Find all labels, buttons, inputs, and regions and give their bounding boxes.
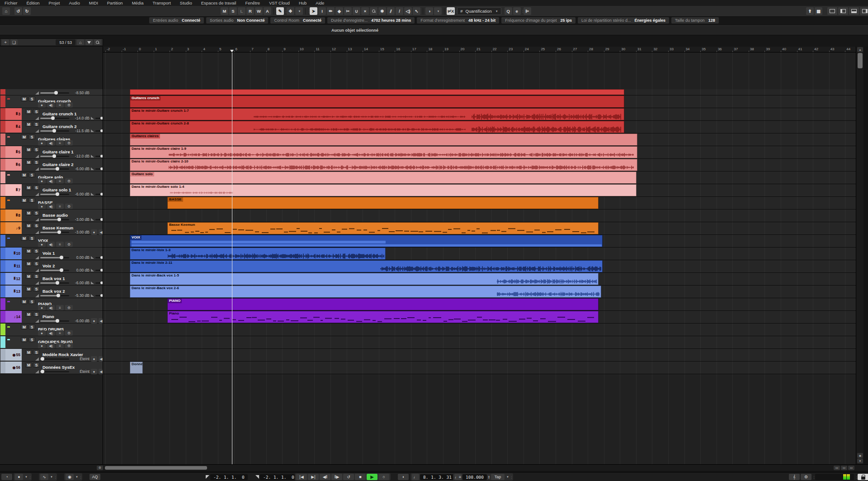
- record-enable-icon[interactable]: ●: [38, 178, 46, 184]
- track-row[interactable]: ⦀⦚4MSGuitare crunch 2-11.5 dB: [0, 121, 103, 133]
- folder-track[interactable]: MSGuitares crunch●◀)≡⚙: [0, 95, 103, 108]
- global-m-button[interactable]: M: [221, 7, 228, 15]
- solo-button[interactable]: S: [28, 236, 35, 241]
- timeline-ruler[interactable]: -2-1012345678910111213141516171819202122…: [103, 47, 856, 52]
- monitor-icon[interactable]: ◀): [99, 229, 103, 235]
- solo-button[interactable]: S: [28, 299, 35, 304]
- global-w-button[interactable]: W: [255, 7, 263, 15]
- quantize-select[interactable]: # Quantification ▼: [457, 7, 501, 15]
- track-volume[interactable]: 0.00 dB: [35, 255, 103, 260]
- status-item[interactable]: Format d'enregistrement48 kHz - 24 bit: [417, 17, 499, 24]
- solo-button[interactable]: S: [33, 274, 40, 279]
- playhead-cursor[interactable]: [232, 52, 232, 464]
- track-row[interactable]: ◉56MSDonnées SysExÉteint●◀): [0, 362, 103, 374]
- monitor-icon[interactable]: ◀): [99, 318, 103, 324]
- mute-button[interactable]: M: [25, 248, 32, 253]
- setup-icon[interactable]: ⚙: [65, 343, 73, 348]
- auto-quantize-button[interactable]: AQ: [90, 474, 100, 480]
- menu-hub[interactable]: Hub: [299, 0, 312, 5]
- setup-icon[interactable]: ⚙: [65, 242, 73, 247]
- track-volume[interactable]: Éteint●◀): [35, 356, 103, 362]
- setup-icon[interactable]: ⚙: [65, 204, 73, 209]
- record-enable-icon[interactable]: ●: [38, 305, 46, 310]
- glue-tool-icon[interactable]: ∪: [353, 7, 360, 15]
- color-menu-dropdown[interactable]: ▼: [434, 7, 442, 15]
- mute-button[interactable]: M: [25, 350, 32, 355]
- vertical-scroll-handle[interactable]: [858, 53, 863, 68]
- zone-inspector-toggle[interactable]: [827, 7, 837, 15]
- track-volume[interactable]: -12.0 dB: [35, 153, 103, 159]
- arrange-event[interactable]: Dans le miroir-Back vox 2-6: [130, 286, 601, 298]
- solo-button[interactable]: S: [33, 210, 40, 215]
- monitor-icon[interactable]: ◀): [47, 140, 55, 146]
- record-enable-icon[interactable]: ●: [91, 369, 97, 374]
- record-enable-icon[interactable]: ●: [91, 356, 97, 362]
- mute-button[interactable]: M: [25, 185, 32, 190]
- move-tool-icon[interactable]: ✥: [287, 7, 294, 15]
- folder-track[interactable]: MSGuitares claires●◀)≡⚙: [0, 133, 103, 146]
- timewarp-tool-icon[interactable]: ⫽: [387, 7, 395, 15]
- select-tool-icon[interactable]: ➤: [310, 7, 317, 15]
- status-item[interactable]: Control RoomConnecté: [270, 17, 325, 24]
- channel-icon[interactable]: ≡: [56, 305, 64, 310]
- hzoom-out-button[interactable]: ▭: [834, 466, 840, 470]
- channel-icon[interactable]: ≡: [56, 343, 64, 348]
- setup-icon[interactable]: ⚙: [65, 140, 73, 146]
- mute-tool-icon[interactable]: ×: [361, 7, 369, 15]
- solo-button[interactable]: S: [33, 350, 40, 355]
- track-volume[interactable]: -6.00 dB: [35, 191, 103, 197]
- track-volume[interactable]: 0.00 dB: [35, 267, 103, 273]
- folder-track[interactable]: MSBFD DRUMS●◀)≡⚙: [0, 324, 103, 336]
- menu-vst-cloud[interactable]: VST Cloud: [269, 0, 295, 5]
- monitor-icon[interactable]: ◀): [47, 204, 55, 209]
- undo-button[interactable]: ↺: [14, 7, 22, 15]
- menu-aide[interactable]: Aide: [316, 0, 330, 5]
- record-enable-icon[interactable]: ●: [38, 140, 46, 146]
- setup-icon[interactable]: ⚙: [65, 178, 73, 184]
- menu-fichier[interactable]: Fichier: [5, 0, 23, 5]
- erase-tool-icon[interactable]: ◆: [335, 7, 343, 15]
- solo-button[interactable]: S: [33, 362, 40, 367]
- monitor-icon[interactable]: ◀): [47, 343, 55, 348]
- track-row[interactable]: ⦀⦚12MSBack vox 1-6.00 dB: [0, 273, 103, 286]
- record-enable-icon[interactable]: ●: [91, 229, 97, 235]
- global-r-button[interactable]: R: [246, 7, 254, 15]
- add-track-button[interactable]: ＋: [2, 39, 9, 45]
- track-volume[interactable]: -11.5 dB: [35, 128, 103, 133]
- zone-lower-toggle[interactable]: [849, 7, 859, 15]
- solo-button[interactable]: S: [28, 324, 35, 329]
- left-locator-value[interactable]: -2. 1. 1. 0: [210, 474, 248, 480]
- track-volume[interactable]: -6.00 dB: [35, 166, 103, 171]
- status-item[interactable]: Durée d'enregistre...4702 heures 28 mins: [327, 17, 415, 24]
- zoom-preset-button[interactable]: ▣: [857, 453, 863, 458]
- folder-track[interactable]: MSGuitare solo●◀)≡⚙: [0, 171, 103, 184]
- track-row[interactable]: ◉55MSModèle Rock XavierÉteint●◀): [0, 349, 103, 362]
- zone-right-toggle[interactable]: [860, 7, 868, 15]
- track-volume[interactable]: -8.50 dB: [35, 90, 90, 95]
- menu-espaces-de-travail[interactable]: Espaces de travail: [201, 0, 242, 5]
- folder-track[interactable]: MSGROUPES (BUS)●◀)≡⚙: [0, 336, 103, 349]
- monitor-icon[interactable]: ◀): [47, 102, 55, 108]
- menu-transport[interactable]: Transport: [153, 0, 176, 5]
- track-row[interactable]: -8.50 dB: [0, 89, 103, 95]
- track-row[interactable]: ⦀⦚6MSGuitare claire 2-6.00 dB: [0, 159, 103, 171]
- mute-button[interactable]: M: [25, 286, 32, 291]
- zoom-tool-icon[interactable]: [370, 7, 377, 15]
- record-enable-icon[interactable]: ●: [38, 242, 46, 247]
- arrange-event[interactable]: [130, 89, 624, 95]
- chevron-down-icon[interactable]: ▼: [506, 476, 509, 478]
- status-item[interactable]: Loi de répartition stéréo d...Énergies é…: [578, 17, 669, 24]
- menu-audio[interactable]: Audio: [69, 0, 85, 5]
- metronome-setup-gear-icon[interactable]: ⚙: [801, 474, 811, 480]
- record-enable-icon[interactable]: ●: [38, 204, 46, 209]
- tempo-track-icon[interactable]: ♩≡: [454, 474, 462, 480]
- channel-icon[interactable]: ≡: [56, 178, 64, 184]
- record-mode-icon[interactable]: ●: [15, 474, 23, 480]
- status-item[interactable]: Fréquence d'image du projet25 ips: [501, 17, 576, 24]
- right-locator-flag-icon[interactable]: [255, 475, 259, 479]
- solo-button[interactable]: S: [33, 160, 40, 165]
- home-button[interactable]: ⌂: [2, 7, 10, 15]
- track-row[interactable]: ⦀⦚8MSBasse audio-3.00 dB: [0, 210, 103, 222]
- play-tool-icon[interactable]: ◁): [404, 7, 412, 15]
- mute-button[interactable]: M: [21, 299, 28, 304]
